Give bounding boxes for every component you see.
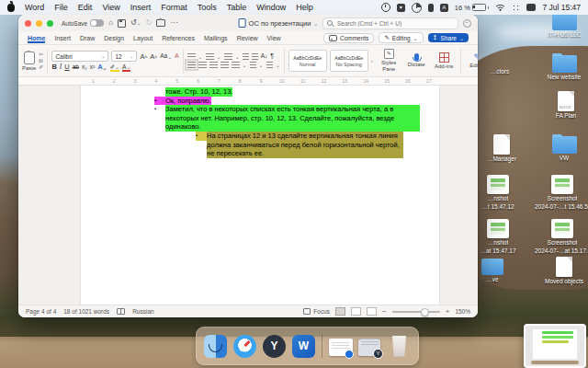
document-title[interactable]: ОС по презентации ⌄ (239, 18, 319, 28)
subscript-button[interactable]: x₂ (82, 64, 87, 71)
format-painter-icon[interactable]: ✐ (39, 64, 43, 70)
styles-pane-button[interactable]: ✎ Styles Pane (377, 49, 401, 72)
zoom-slider-knob[interactable] (421, 308, 429, 316)
desktop-icon[interactable]: IT-H US LLC (538, 13, 588, 40)
outline-view-button[interactable] (367, 307, 377, 316)
style-card[interactable]: AaBbCcDdEe No Spacing (330, 50, 368, 72)
ribbon-tab[interactable]: View (267, 33, 281, 43)
page-count[interactable]: Page 4 of 4 (26, 308, 56, 315)
menu-item[interactable]: Help (296, 3, 313, 12)
desktop-icon[interactable]: …ctors (474, 68, 526, 76)
justify-icon[interactable] (220, 62, 229, 68)
pilcrow-icon[interactable]: ¶ (270, 53, 274, 60)
battery-indicator[interactable]: 16 % (455, 4, 490, 12)
line-spacing-icon[interactable] (232, 62, 240, 68)
desktop-icon[interactable]: …Manager (476, 134, 527, 164)
yandex-browser-dock-icon[interactable]: Y (263, 335, 286, 358)
screenshot-preview-thumbnail[interactable] (524, 324, 586, 368)
editing-mode-button[interactable]: ✎ Editing ⌄ (379, 32, 423, 43)
comments-button[interactable]: Comments (323, 33, 374, 43)
clear-formatting-button[interactable]: A (175, 53, 178, 60)
style-card[interactable]: AaBbCcDdEe Normal (288, 50, 327, 72)
zoom-slider[interactable] (392, 311, 440, 313)
safari-dock-icon[interactable] (233, 335, 256, 358)
bold-button[interactable]: B (51, 63, 56, 71)
menu-item[interactable]: Word (25, 3, 44, 12)
copy-icon[interactable]: ⧉ (39, 58, 43, 63)
align-center-icon[interactable] (198, 62, 207, 68)
zoom-level[interactable]: 150% (455, 308, 470, 315)
apple-menu-icon[interactable] (7, 4, 15, 12)
finder-dock-icon[interactable] (204, 335, 227, 358)
close-button[interactable] (25, 20, 31, 27)
minimize-button[interactable] (36, 20, 42, 27)
desktop-icon[interactable]: New website (538, 55, 588, 82)
menu-item[interactable]: Edit (78, 3, 93, 12)
styles-gallery-more-icon[interactable]: › (371, 58, 373, 63)
ribbon-tab[interactable]: References (162, 33, 195, 43)
input-source-icon[interactable]: A (440, 4, 448, 12)
wifi-icon[interactable] (495, 4, 505, 11)
minimized-document-dock-item[interactable] (329, 335, 352, 358)
borders-icon[interactable] (266, 62, 273, 68)
ribbon-tab[interactable]: Layout (133, 33, 153, 43)
add-ins-button[interactable]: Add-ins (432, 52, 457, 70)
numbered-list-icon[interactable] (206, 53, 214, 60)
language-indicator[interactable]: Russian (132, 308, 153, 315)
ribbon-tab[interactable]: Home (28, 33, 45, 43)
word-count[interactable]: 18 of 1021 words (63, 308, 109, 315)
ribbon-tab[interactable]: Insert (54, 33, 71, 43)
grow-font-button[interactable]: A˄ (140, 53, 147, 61)
menu-item[interactable]: View (102, 3, 119, 12)
paste-button[interactable]: Paste (22, 52, 36, 71)
strikethrough-button[interactable]: ab (73, 64, 79, 71)
editor-button[interactable]: ✎ Editor (465, 53, 478, 69)
desktop-icon[interactable]: Moved objects (538, 257, 588, 286)
app-status-icon-3[interactable] (428, 4, 434, 12)
autosave-control[interactable]: AutoSave (62, 19, 104, 27)
clock-icon[interactable] (381, 3, 390, 12)
menu-item[interactable]: Window (256, 3, 286, 12)
change-case-button[interactable]: Aa⌄ (160, 53, 172, 60)
zoom-in-button[interactable]: + (446, 308, 450, 316)
ribbon-tab[interactable]: Mailings (204, 33, 228, 43)
font-name-select[interactable]: Calibri⌄ (51, 51, 108, 62)
focus-button[interactable]: Focus (303, 308, 330, 315)
multilevel-list-icon[interactable] (224, 53, 232, 60)
desktop-icon[interactable]: …nshot …t 15.47.12 (472, 175, 524, 211)
shrink-font-button[interactable]: A˅ (150, 53, 157, 61)
control-center-icon[interactable] (512, 4, 520, 12)
ribbon-tab[interactable]: Review (237, 33, 258, 43)
autosave-toggle[interactable] (90, 19, 104, 27)
web-layout-view-button[interactable] (351, 307, 361, 316)
proofing-icon[interactable] (117, 308, 125, 315)
text-effects-button[interactable]: A⌄ (97, 63, 107, 71)
bullet-list-icon[interactable] (187, 53, 196, 60)
menu-bar-clock[interactable]: 7 Jul 15:47 (542, 3, 581, 12)
redo-icon[interactable]: ↻ (146, 19, 153, 27)
desktop-icon[interactable]: …nshot …at 15.47.17 (472, 219, 524, 255)
menu-item[interactable]: File (54, 3, 68, 12)
desktop-icon[interactable]: DOCX FA Plan (540, 91, 588, 121)
desktop-icon[interactable]: VW (538, 136, 588, 163)
zoom-button[interactable] (47, 20, 53, 27)
increase-indent-icon[interactable] (252, 53, 258, 60)
app-status-icon-1[interactable]: ▾ (397, 4, 405, 12)
highlight-color-button[interactable]: ✐⌄ (110, 64, 119, 71)
menu-item[interactable]: Tools (198, 3, 217, 12)
search-box[interactable] (322, 17, 458, 29)
dictation-icon[interactable] (463, 19, 471, 28)
trash-dock-icon[interactable] (388, 335, 411, 358)
print-icon[interactable] (156, 19, 165, 27)
menu-item[interactable]: Table (227, 3, 247, 12)
ruler[interactable]: 1234567891011121314151617 (18, 77, 478, 86)
font-size-select[interactable]: 12⌄ (111, 51, 137, 62)
window-titlebar[interactable]: AutoSave ⌂ ↺⌄ ↻ ⋯ ОС по презентации ⌄ (18, 15, 478, 31)
share-button[interactable]: ↥ Share ⌄ (428, 33, 469, 42)
ribbon-tab[interactable]: Draw (80, 33, 95, 43)
align-right-icon[interactable] (209, 62, 218, 68)
app-status-icon-2[interactable] (412, 3, 422, 13)
cut-icon[interactable]: ✂ (39, 52, 43, 57)
shading-icon[interactable] (250, 62, 256, 68)
align-left-icon[interactable] (187, 62, 196, 68)
